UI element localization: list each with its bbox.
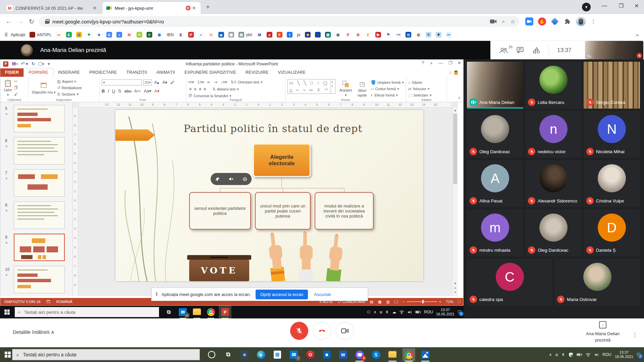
host-file-explorer-icon[interactable] bbox=[388, 350, 397, 359]
slide-thumbnail-10[interactable] bbox=[14, 266, 65, 293]
floating-share-toolbar[interactable]: ⊖ bbox=[211, 173, 252, 185]
powerpoint-taskbar-icon[interactable]: P bbox=[221, 308, 229, 316]
bookmark-item[interactable]: ◌ bbox=[315, 32, 321, 38]
bookmark-item[interactable]: ⌕ bbox=[198, 32, 204, 38]
shapes-gallery[interactable]: ▭ ╲ ╲ □ ○ ▢△ ⌐ ¬ ⇨ ⇩ ◠▲▼ bbox=[287, 79, 335, 94]
bookmarks-overflow-chevron[interactable]: » bbox=[636, 32, 639, 38]
host-tablet-mode-icon[interactable]: ⧈ bbox=[555, 352, 558, 357]
participant-tile[interactable]: DDaniela Ș bbox=[584, 209, 640, 256]
hangup-button[interactable] bbox=[313, 322, 331, 340]
tab-meet[interactable]: Meet - jys-kpvp-umr ✕ bbox=[103, 2, 201, 14]
bookmark-item[interactable]: M bbox=[257, 32, 262, 38]
host-tray-expand-icon[interactable]: ∧ bbox=[549, 352, 552, 357]
quick-styles-button[interactable]: ◳Stilurirapide bbox=[356, 79, 368, 99]
action-center-icon[interactable]: 🗨8 bbox=[458, 310, 462, 314]
host-mic-tray-icon[interactable] bbox=[561, 352, 565, 357]
zoom-page-icon[interactable]: ⌕ bbox=[502, 18, 505, 24]
edge-icon[interactable]: e bbox=[256, 350, 266, 359]
store-icon[interactable]: ⊞ bbox=[273, 350, 282, 359]
bookmark-item[interactable]: pr bbox=[297, 33, 301, 37]
ribbon-button[interactable]: ▱Contur formă▾ bbox=[371, 85, 404, 92]
bookmark-item[interactable]: IBN bbox=[167, 33, 174, 37]
bookmark-item[interactable]: ◉ bbox=[76, 32, 82, 38]
word-icon[interactable]: W bbox=[338, 350, 348, 359]
calculator-icon[interactable]: ▦ bbox=[240, 350, 249, 359]
ribbon-button[interactable]: ↺Reinițializare bbox=[57, 84, 82, 91]
bookmark-item[interactable]: ◙ bbox=[218, 32, 224, 38]
participant-tile[interactable]: Maria Ostrovar bbox=[554, 259, 640, 306]
security-shield-tray-icon[interactable] bbox=[569, 352, 573, 357]
camera-toggle-button[interactable] bbox=[336, 322, 354, 340]
view-slideshow-icon[interactable]: 🖵 bbox=[394, 300, 398, 304]
slide-canvas[interactable]: Partidul politic în statul de drept Aleg… bbox=[115, 110, 423, 281]
ribbon-tab-animații[interactable]: ANIMAȚII bbox=[152, 68, 180, 77]
start-button[interactable] bbox=[4, 309, 9, 314]
participant-tile[interactable]: Cristina Vulpe bbox=[584, 160, 640, 207]
participant-tile[interactable]: NNicoleta Mihai bbox=[584, 111, 640, 158]
powerpoint-titlebar[interactable]: P 💾︎▪ ↶ ▾ ↻ 🖵▸ ▾ Influența partidelor po… bbox=[0, 60, 463, 68]
tray-expand-icon[interactable]: ∧ bbox=[374, 310, 377, 314]
slide-thumbnail-8[interactable] bbox=[14, 201, 65, 229]
host-language-indicator[interactable]: ROU bbox=[602, 352, 611, 357]
host-wifi-tray-icon[interactable] bbox=[586, 353, 591, 357]
bookmark-item[interactable]: F bbox=[365, 32, 371, 38]
host-battery-tray-icon[interactable] bbox=[577, 353, 582, 356]
ribbon-button[interactable]: ⇅Aliniere text▾ bbox=[212, 86, 239, 92]
taskbar-search-box[interactable]: ⌕Tastați aici pentru a căuta bbox=[15, 307, 159, 317]
format-bold[interactable]: B bbox=[102, 88, 105, 94]
format-case[interactable]: Aa▾ bbox=[144, 88, 151, 94]
host-start-button[interactable] bbox=[5, 352, 11, 358]
bookmark-item[interactable]: ≡ bbox=[116, 32, 122, 38]
microphone-tray-icon[interactable] bbox=[385, 310, 389, 314]
font-name-combo[interactable]: ▾ bbox=[102, 79, 142, 85]
scroll-down-icon[interactable]: ▼ bbox=[452, 282, 458, 286]
view-normal-icon[interactable]: ▤ bbox=[370, 300, 373, 304]
tab-conference[interactable]: M CONFERINȚĂ 18 05 2021 AP - ilie ✕ bbox=[3, 2, 101, 14]
zoom-level[interactable]: 71% bbox=[446, 300, 453, 304]
photos-icon[interactable] bbox=[421, 350, 430, 359]
bookmark-item[interactable]: ▣ bbox=[228, 32, 234, 38]
chat-button[interactable] bbox=[517, 47, 524, 54]
bookmark-item[interactable]: ⚜ bbox=[436, 32, 441, 38]
self-view-tile[interactable]: Tu bbox=[585, 41, 643, 59]
ribbon-button[interactable]: ⌕Găsire bbox=[408, 79, 445, 85]
bookmark-item[interactable]: P bbox=[345, 32, 351, 38]
ribbon-button[interactable]: 📋Lipire▾ bbox=[2, 78, 13, 98]
bookmark-item[interactable]: ◍ bbox=[416, 32, 421, 38]
skype-icon[interactable]: S bbox=[371, 350, 381, 359]
url-omnibox[interactable]: meet.google.com/jys-kpvp-umr?authuser=0&… bbox=[39, 16, 519, 27]
participant-tile[interactable]: Ccatedra spa bbox=[467, 259, 552, 306]
ribbon-button[interactable]: A▾ bbox=[161, 80, 168, 85]
cortana-icon[interactable] bbox=[207, 350, 216, 359]
bookmark-item[interactable]: ◆ bbox=[96, 32, 102, 38]
host-task-view-icon[interactable]: ⧉ bbox=[223, 350, 233, 359]
ribbon-tab-pornire[interactable]: PORNIRE bbox=[23, 68, 53, 77]
ppt-close-button[interactable]: ✕ bbox=[458, 60, 461, 65]
tab-close-icon[interactable]: ✕ bbox=[191, 5, 197, 11]
ribbon-button[interactable]: 🗍 bbox=[14, 84, 18, 91]
host-action-center-icon[interactable]: 🗨2 bbox=[637, 352, 641, 357]
bookmark-item[interactable]: ❖ bbox=[86, 32, 92, 38]
bookmark-item[interactable]: B bbox=[355, 32, 361, 38]
window-close-button[interactable]: ✕ bbox=[630, 3, 643, 9]
participant-tile[interactable]: Ana-Maria Delian bbox=[467, 62, 523, 109]
bookmark-item[interactable]: G bbox=[106, 32, 112, 38]
ribbon-display-icon[interactable]: ⌅ bbox=[430, 60, 433, 65]
bookmark-item[interactable]: ⠿Aplicații bbox=[3, 32, 25, 38]
language-status[interactable]: ROMÂNĂ bbox=[56, 300, 72, 304]
view-reading-icon[interactable]: ▥ bbox=[386, 300, 389, 304]
meeting-details-button[interactable]: Detaliile întâlnirii ∧ bbox=[13, 329, 54, 335]
ribbon-tab-proiectare[interactable]: PROIECTARE bbox=[85, 68, 121, 77]
bookmark-item[interactable]: E bbox=[178, 32, 184, 38]
screenshare-camera-icon[interactable] bbox=[490, 19, 497, 24]
activities-shapes-button[interactable] bbox=[533, 47, 541, 54]
ppt-minimize-button[interactable]: — bbox=[438, 60, 443, 65]
ribbon-button[interactable]: ◐Efecte formă▾ bbox=[371, 92, 404, 98]
ribbon-button[interactable]: ⬚Selectare▾ bbox=[408, 92, 445, 98]
bookmark-item[interactable]: rie bbox=[446, 32, 451, 38]
pin-icon[interactable] bbox=[215, 177, 220, 182]
bookmark-item[interactable]: P bbox=[188, 32, 194, 38]
bookmark-item[interactable]: © bbox=[147, 32, 152, 38]
bookmark-item[interactable]: ▤știri bbox=[238, 32, 252, 38]
task-view-button[interactable]: ⧉ bbox=[164, 308, 173, 316]
